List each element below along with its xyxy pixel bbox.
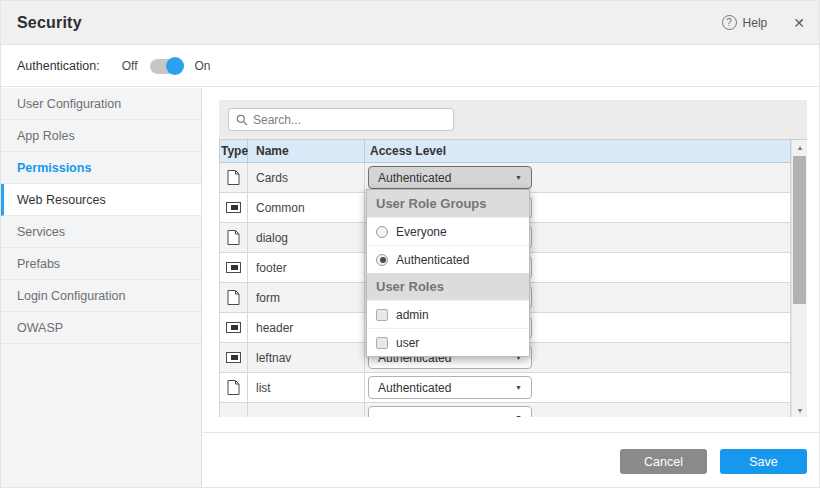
toggle-knob	[166, 57, 184, 75]
table-row-clipped: ▼	[219, 403, 791, 417]
sidebar-item-user-configuration[interactable]: User Configuration	[1, 88, 201, 120]
sidebar-item-login-configuration[interactable]: Login Configuration	[1, 280, 201, 312]
dropdown-option-user[interactable]: user	[367, 328, 529, 356]
page-icon	[220, 373, 248, 402]
page-icon	[220, 283, 248, 312]
dropdown-group-header-user-roles: User Roles	[367, 273, 529, 300]
help-button[interactable]: ? Help	[722, 15, 768, 30]
dropdown-option-everyone[interactable]: Everyone	[367, 217, 529, 245]
sidebar: User ConfigurationApp RolesPermissionsWe…	[1, 88, 202, 488]
vertical-scrollbar[interactable]: ▲ ▼	[791, 140, 807, 417]
partial-page-icon	[220, 253, 248, 282]
column-header-access-level: Access Level	[365, 140, 791, 162]
page-icon	[220, 163, 248, 192]
help-label: Help	[743, 16, 768, 30]
sidebar-item-label: Permissions	[17, 161, 91, 175]
access-level-cell: ▼	[365, 403, 791, 417]
cancel-button[interactable]: Cancel	[620, 449, 707, 474]
dropdown-group-header-user-role-groups: User Role Groups	[367, 190, 529, 217]
security-settings-window: Security ? Help ✕ Authentication: Off On…	[0, 0, 820, 488]
radio-selected-icon[interactable]	[376, 254, 388, 266]
body: User ConfigurationApp RolesPermissionsWe…	[1, 88, 820, 488]
dropdown-option-label: user	[396, 336, 419, 350]
sidebar-item-label: Web Resources	[17, 193, 106, 207]
sidebar-item-label: OWASP	[17, 321, 63, 335]
footer: Cancel Save	[203, 449, 820, 488]
sidebar-item-label: Login Configuration	[17, 289, 125, 303]
access-level-select[interactable]: ▼	[368, 406, 532, 417]
chevron-down-icon: ▼	[515, 414, 522, 417]
access-level-select[interactable]: Authenticated▼	[368, 376, 532, 399]
sidebar-item-label: Prefabs	[17, 257, 60, 271]
partial-page-icon	[220, 193, 248, 222]
dropdown-option-admin[interactable]: admin	[367, 300, 529, 328]
page-icon	[220, 223, 248, 252]
sidebar-item-label: Services	[17, 225, 65, 239]
page-title: Security	[17, 14, 82, 32]
scrollbar-thumb[interactable]	[793, 156, 806, 304]
sidebar-item-app-roles[interactable]: App Roles	[1, 120, 201, 152]
search-box[interactable]	[228, 108, 454, 131]
dropdown-option-label: admin	[396, 308, 429, 322]
resource-name: Common	[248, 193, 365, 222]
chevron-down-icon: ▼	[515, 384, 522, 391]
sidebar-item-permissions[interactable]: Permissions	[1, 152, 201, 184]
sidebar-item-label: App Roles	[17, 129, 75, 143]
resource-name: header	[248, 313, 365, 342]
resource-name: list	[248, 373, 365, 402]
resource-name	[248, 403, 365, 417]
sidebar-item-web-resources[interactable]: Web Resources	[1, 184, 201, 216]
resource-name: Cards	[248, 163, 365, 192]
search-input[interactable]	[253, 113, 446, 127]
access-level-value: Authenticated	[378, 171, 451, 185]
footer-divider	[203, 432, 820, 433]
resource-name: leftnav	[248, 343, 365, 372]
chevron-down-icon: ▼	[515, 174, 522, 181]
resources-table: TypeNameAccess Level CardsAuthenticated▼…	[219, 139, 807, 417]
partial-page-icon	[220, 343, 248, 372]
sidebar-item-prefabs[interactable]: Prefabs	[1, 248, 201, 280]
access-level-value: Authenticated	[378, 381, 451, 395]
table-row-list: listAuthenticated▼	[219, 373, 791, 403]
toggle-on-label: On	[195, 59, 211, 73]
help-icon: ?	[722, 15, 737, 30]
table-header-row: TypeNameAccess Level	[219, 140, 791, 163]
toggle-off-label: Off	[122, 59, 138, 73]
access-level-dropdown-panel: User Role GroupsEveryoneAuthenticatedUse…	[366, 189, 530, 357]
table-toolbar	[219, 100, 807, 139]
column-header-type: Type	[220, 140, 248, 162]
checkbox-icon[interactable]	[376, 337, 388, 349]
sidebar-item-owasp[interactable]: OWASP	[1, 312, 201, 344]
access-level-select[interactable]: Authenticated▼	[368, 166, 532, 189]
radio-icon[interactable]	[376, 226, 388, 238]
type-icon	[220, 403, 248, 417]
scroll-up-arrow-icon[interactable]: ▲	[792, 140, 807, 155]
resource-name: footer	[248, 253, 365, 282]
search-icon	[236, 114, 248, 126]
dropdown-option-label: Authenticated	[396, 253, 469, 267]
scroll-down-arrow-icon[interactable]: ▼	[792, 403, 807, 417]
authentication-bar: Authentication: Off On	[1, 46, 820, 87]
web-resources-panel: TypeNameAccess Level CardsAuthenticated▼…	[219, 100, 807, 417]
checkbox-icon[interactable]	[376, 309, 388, 321]
main-content: TypeNameAccess Level CardsAuthenticated▼…	[203, 88, 820, 488]
authentication-toggle[interactable]	[150, 59, 183, 74]
dropdown-option-label: Everyone	[396, 225, 447, 239]
close-icon[interactable]: ✕	[793, 16, 805, 30]
sidebar-item-services[interactable]: Services	[1, 216, 201, 248]
partial-page-icon	[220, 313, 248, 342]
resource-name: dialog	[248, 223, 365, 252]
authentication-label: Authentication:	[17, 59, 100, 73]
column-header-name: Name	[248, 140, 365, 162]
resource-name: form	[248, 283, 365, 312]
sidebar-item-label: User Configuration	[17, 97, 121, 111]
dropdown-option-authenticated[interactable]: Authenticated	[367, 245, 529, 273]
access-level-cell: Authenticated▼	[365, 163, 791, 192]
access-level-cell: Authenticated▼	[365, 373, 791, 402]
titlebar: Security ? Help ✕	[1, 1, 820, 45]
save-button[interactable]: Save	[720, 449, 807, 474]
